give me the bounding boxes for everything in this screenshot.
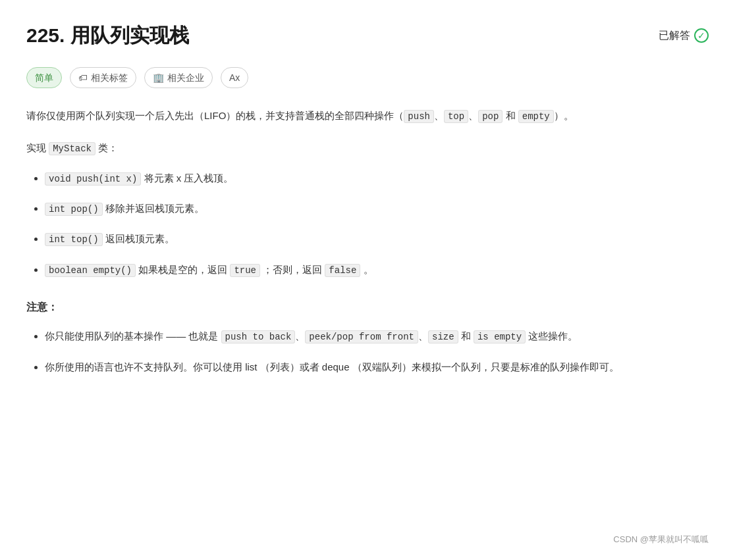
- list-item: int top() 返回栈顶元素。: [45, 230, 709, 248]
- tags-row: 简单 🏷 相关标签 🏢 相关企业 Ax: [26, 67, 709, 88]
- page-container: 225. 用队列实现栈 已解答 ✓ 简单 🏷 相关标签 🏢 相关企业 Ax 请你…: [0, 0, 735, 560]
- solved-check-icon: ✓: [694, 28, 709, 43]
- method-push-code: void push(int x): [45, 172, 141, 186]
- problem-number: 225.: [26, 24, 65, 46]
- method-top-code: int top(): [45, 233, 103, 246]
- code-size: size: [428, 330, 458, 344]
- description-intro: 请你仅使用两个队列实现一个后入先出（LIFO）的栈，并支持普通栈的全部四种操作（…: [26, 107, 709, 125]
- header-row: 225. 用队列实现栈 已解答 ✓: [26, 20, 709, 51]
- solved-label: 已解答: [659, 27, 690, 44]
- code-pop: pop: [478, 110, 503, 123]
- method-empty-code: boolean empty(): [45, 264, 136, 277]
- code-is-empty: is empty: [474, 330, 526, 344]
- list-item: 你只能使用队列的基本操作 —— 也就是 push to back、peek/po…: [45, 327, 709, 345]
- methods-list: void push(int x) 将元素 x 压入栈顶。 int pop() 移…: [26, 169, 709, 279]
- code-mystack: MyStack: [49, 142, 95, 155]
- list-item: void push(int x) 将元素 x 压入栈顶。: [45, 169, 709, 188]
- note-list: 你只能使用队列的基本操作 —— 也就是 push to back、peek/po…: [26, 327, 709, 375]
- list-item: 你所使用的语言也许不支持队列。你可以使用 list （列表）或者 deque （…: [45, 358, 709, 376]
- note-title: 注意：: [26, 299, 709, 316]
- class-intro: 实现 MyStack 类：: [26, 140, 709, 156]
- tag-icon: 🏷: [78, 70, 88, 85]
- credit-text: CSDN @苹果就叫不呱呱: [613, 534, 709, 544]
- tag-related-company-label: 相关企业: [167, 70, 204, 85]
- code-true: true: [230, 264, 260, 277]
- tag-difficulty[interactable]: 简单: [26, 67, 62, 88]
- list-item: int pop() 移除并返回栈顶元素。: [45, 199, 709, 218]
- note-title-text: 注意：: [26, 301, 58, 313]
- footer-credit: CSDN @苹果就叫不呱呱: [613, 533, 709, 547]
- tag-related-tags[interactable]: 🏷 相关标签: [70, 67, 136, 88]
- problem-title: 225. 用队列实现栈: [26, 20, 189, 51]
- list-item: boolean empty() 如果栈是空的，返回 true ；否则，返回 fa…: [45, 261, 709, 279]
- font-size-label: Ax: [229, 70, 240, 85]
- solved-badge: 已解答 ✓: [659, 27, 709, 44]
- tag-difficulty-label: 简单: [35, 70, 53, 85]
- code-empty: empty: [518, 110, 554, 123]
- code-top: top: [444, 110, 468, 123]
- method-pop-code: int pop(): [45, 203, 103, 216]
- code-push: push: [404, 110, 434, 123]
- tag-related-company[interactable]: 🏢 相关企业: [144, 67, 213, 88]
- problem-title-text: 用队列实现栈: [70, 24, 189, 46]
- company-icon: 🏢: [153, 70, 164, 85]
- code-false: false: [325, 264, 360, 277]
- code-peek-pop: peek/pop from front: [305, 330, 418, 344]
- code-push-to-back: push to back: [221, 330, 296, 344]
- note-section: 注意： 你只能使用队列的基本操作 —— 也就是 push to back、pee…: [26, 299, 709, 376]
- tag-related-tags-label: 相关标签: [91, 70, 128, 85]
- tag-font-size[interactable]: Ax: [221, 67, 248, 88]
